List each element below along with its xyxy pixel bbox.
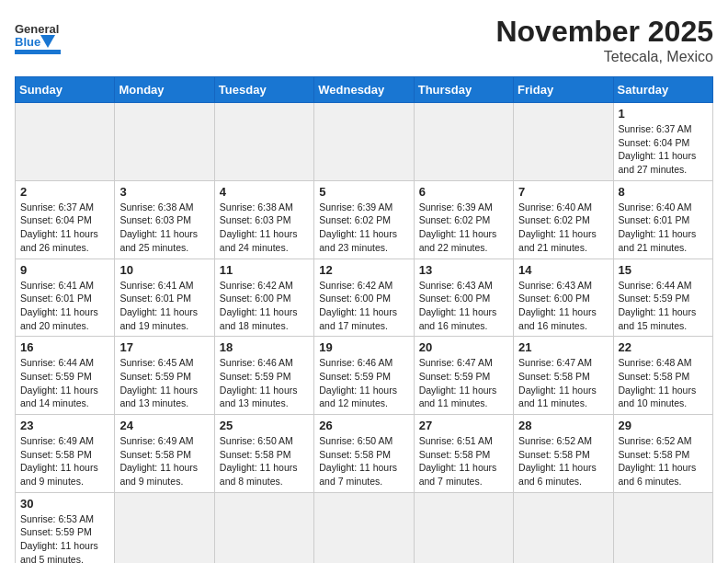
calendar-cell: 1Sunrise: 6:37 AM Sunset: 6:04 PM Daylig… — [613, 103, 712, 181]
calendar-cell: 11Sunrise: 6:42 AM Sunset: 6:00 PM Dayli… — [214, 259, 313, 337]
day-number: 14 — [518, 263, 608, 277]
day-info: Sunrise: 6:38 AM Sunset: 6:03 PM Dayligh… — [119, 201, 209, 255]
calendar-cell: 10Sunrise: 6:41 AM Sunset: 6:01 PM Dayli… — [115, 259, 214, 337]
day-number: 7 — [518, 185, 608, 199]
day-info: Sunrise: 6:53 AM Sunset: 5:59 PM Dayligh… — [20, 512, 109, 563]
day-info: Sunrise: 6:43 AM Sunset: 6:00 PM Dayligh… — [419, 279, 508, 333]
day-number: 19 — [319, 340, 408, 354]
svg-text:Blue: Blue — [15, 35, 40, 49]
day-number: 9 — [20, 263, 109, 277]
day-info: Sunrise: 6:49 AM Sunset: 5:58 PM Dayligh… — [119, 434, 209, 488]
calendar-cell: 17Sunrise: 6:45 AM Sunset: 5:59 PM Dayli… — [115, 337, 214, 415]
day-info: Sunrise: 6:50 AM Sunset: 5:58 PM Dayligh… — [220, 434, 309, 488]
day-info: Sunrise: 6:43 AM Sunset: 6:00 PM Dayligh… — [518, 279, 608, 333]
day-number: 23 — [20, 419, 109, 432]
calendar-week-6: 30Sunrise: 6:53 AM Sunset: 5:59 PM Dayli… — [16, 492, 713, 563]
day-number: 18 — [220, 340, 309, 354]
day-info: Sunrise: 6:41 AM Sunset: 6:01 PM Dayligh… — [20, 279, 109, 333]
day-info: Sunrise: 6:44 AM Sunset: 5:59 PM Dayligh… — [20, 356, 109, 410]
calendar-cell: 13Sunrise: 6:43 AM Sunset: 6:00 PM Dayli… — [414, 259, 513, 337]
calendar-cell: 9Sunrise: 6:41 AM Sunset: 6:01 PM Daylig… — [16, 259, 115, 337]
day-info: Sunrise: 6:50 AM Sunset: 5:58 PM Dayligh… — [319, 434, 408, 488]
calendar-cell: 3Sunrise: 6:38 AM Sunset: 6:03 PM Daylig… — [115, 180, 214, 259]
calendar-cell — [214, 103, 313, 181]
calendar-cell: 20Sunrise: 6:47 AM Sunset: 5:59 PM Dayli… — [414, 337, 513, 415]
logo-icon: General Blue — [15, 15, 61, 59]
col-sunday: Sunday — [16, 77, 115, 103]
calendar-cell: 28Sunrise: 6:52 AM Sunset: 5:58 PM Dayli… — [514, 415, 613, 493]
calendar-cell: 29Sunrise: 6:52 AM Sunset: 5:58 PM Dayli… — [613, 415, 712, 493]
calendar-cell: 16Sunrise: 6:44 AM Sunset: 5:59 PM Dayli… — [16, 337, 115, 415]
calendar-cell: 7Sunrise: 6:40 AM Sunset: 6:02 PM Daylig… — [514, 180, 613, 259]
day-info: Sunrise: 6:40 AM Sunset: 6:02 PM Dayligh… — [518, 201, 608, 255]
calendar-cell: 26Sunrise: 6:50 AM Sunset: 5:58 PM Dayli… — [314, 415, 414, 493]
day-number: 15 — [619, 263, 708, 277]
calendar-title: November 2025 — [495, 15, 713, 49]
calendar-cell — [314, 492, 414, 563]
day-info: Sunrise: 6:48 AM Sunset: 5:58 PM Dayligh… — [619, 356, 708, 410]
calendar-week-3: 9Sunrise: 6:41 AM Sunset: 6:01 PM Daylig… — [16, 259, 713, 337]
calendar-week-1: 1Sunrise: 6:37 AM Sunset: 6:04 PM Daylig… — [16, 103, 713, 181]
day-number: 1 — [619, 107, 708, 121]
day-number: 26 — [319, 419, 408, 432]
day-number: 12 — [319, 263, 408, 277]
day-number: 29 — [619, 419, 708, 432]
calendar-cell: 21Sunrise: 6:47 AM Sunset: 5:58 PM Dayli… — [514, 337, 613, 415]
svg-rect-3 — [15, 50, 61, 54]
calendar-table: Sunday Monday Tuesday Wednesday Thursday… — [15, 76, 713, 563]
day-info: Sunrise: 6:42 AM Sunset: 6:00 PM Dayligh… — [220, 279, 309, 333]
day-info: Sunrise: 6:40 AM Sunset: 6:01 PM Dayligh… — [619, 201, 708, 255]
day-info: Sunrise: 6:39 AM Sunset: 6:02 PM Dayligh… — [419, 201, 508, 255]
day-info: Sunrise: 6:39 AM Sunset: 6:02 PM Dayligh… — [319, 201, 408, 255]
day-number: 10 — [119, 263, 209, 277]
day-info: Sunrise: 6:52 AM Sunset: 5:58 PM Dayligh… — [518, 434, 608, 488]
col-monday: Monday — [115, 77, 214, 103]
calendar-cell — [214, 492, 313, 563]
day-number: 16 — [20, 340, 109, 354]
calendar-header-row: Sunday Monday Tuesday Wednesday Thursday… — [16, 77, 713, 103]
day-info: Sunrise: 6:49 AM Sunset: 5:58 PM Dayligh… — [20, 434, 109, 488]
day-info: Sunrise: 6:38 AM Sunset: 6:03 PM Dayligh… — [220, 201, 309, 255]
svg-text:General: General — [15, 22, 59, 36]
calendar-week-2: 2Sunrise: 6:37 AM Sunset: 6:04 PM Daylig… — [16, 180, 713, 259]
calendar-cell — [414, 103, 513, 181]
calendar-cell — [115, 103, 214, 181]
day-number: 8 — [619, 185, 708, 199]
calendar-cell — [16, 103, 115, 181]
day-number: 5 — [319, 185, 408, 199]
svg-marker-2 — [40, 35, 55, 48]
calendar-cell: 8Sunrise: 6:40 AM Sunset: 6:01 PM Daylig… — [613, 180, 712, 259]
calendar-cell: 12Sunrise: 6:42 AM Sunset: 6:00 PM Dayli… — [314, 259, 414, 337]
logo: General Blue — [15, 15, 61, 59]
day-number: 3 — [119, 185, 209, 199]
calendar-cell: 15Sunrise: 6:44 AM Sunset: 5:59 PM Dayli… — [613, 259, 712, 337]
day-info: Sunrise: 6:41 AM Sunset: 6:01 PM Dayligh… — [119, 279, 209, 333]
day-number: 4 — [220, 185, 309, 199]
day-number: 20 — [419, 340, 508, 354]
day-info: Sunrise: 6:46 AM Sunset: 5:59 PM Dayligh… — [319, 356, 408, 410]
day-info: Sunrise: 6:37 AM Sunset: 6:04 PM Dayligh… — [20, 201, 109, 255]
day-info: Sunrise: 6:42 AM Sunset: 6:00 PM Dayligh… — [319, 279, 408, 333]
day-number: 6 — [419, 185, 508, 199]
calendar-cell — [314, 103, 414, 181]
calendar-cell: 5Sunrise: 6:39 AM Sunset: 6:02 PM Daylig… — [314, 180, 414, 259]
calendar-week-5: 23Sunrise: 6:49 AM Sunset: 5:58 PM Dayli… — [16, 415, 713, 493]
col-tuesday: Tuesday — [214, 77, 313, 103]
day-number: 24 — [119, 419, 209, 432]
title-block: November 2025 Tetecala, Mexico — [495, 15, 713, 65]
col-wednesday: Wednesday — [314, 77, 414, 103]
calendar-cell: 2Sunrise: 6:37 AM Sunset: 6:04 PM Daylig… — [16, 180, 115, 259]
calendar-cell — [115, 492, 214, 563]
calendar-cell: 14Sunrise: 6:43 AM Sunset: 6:00 PM Dayli… — [514, 259, 613, 337]
calendar-cell — [514, 103, 613, 181]
day-number: 22 — [619, 340, 708, 354]
calendar-cell — [414, 492, 513, 563]
calendar-cell: 22Sunrise: 6:48 AM Sunset: 5:58 PM Dayli… — [613, 337, 712, 415]
calendar-subtitle: Tetecala, Mexico — [495, 49, 713, 65]
col-friday: Friday — [514, 77, 613, 103]
day-info: Sunrise: 6:47 AM Sunset: 5:58 PM Dayligh… — [518, 356, 608, 410]
calendar-week-4: 16Sunrise: 6:44 AM Sunset: 5:59 PM Dayli… — [16, 337, 713, 415]
calendar-cell: 4Sunrise: 6:38 AM Sunset: 6:03 PM Daylig… — [214, 180, 313, 259]
day-info: Sunrise: 6:51 AM Sunset: 5:58 PM Dayligh… — [419, 434, 508, 488]
calendar-cell: 24Sunrise: 6:49 AM Sunset: 5:58 PM Dayli… — [115, 415, 214, 493]
